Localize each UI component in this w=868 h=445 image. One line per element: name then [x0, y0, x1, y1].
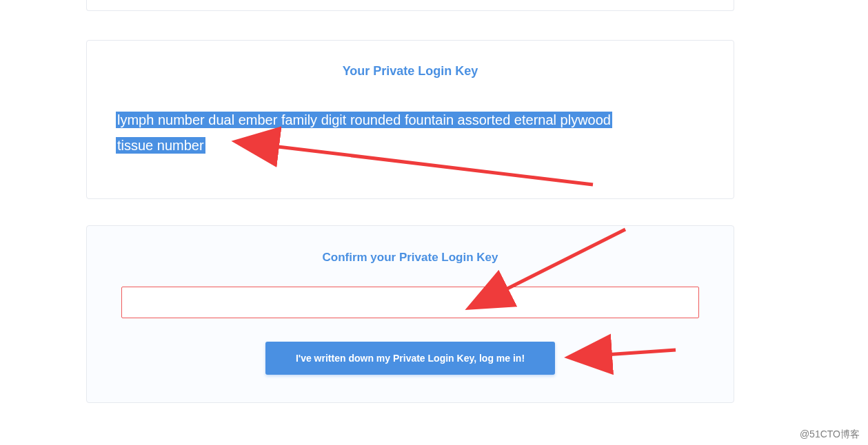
- content-container: Your Private Login Key lymph number dual…: [86, 0, 734, 403]
- private-key-card: Your Private Login Key lymph number dual…: [86, 40, 734, 199]
- mnemonic-line-1: lymph number dual ember family digit rou…: [116, 112, 612, 128]
- watermark: @51CTO博客: [800, 428, 860, 441]
- mnemonic-phrase[interactable]: lymph number dual ember family digit rou…: [116, 112, 612, 154]
- private-key-title: Your Private Login Key: [116, 64, 705, 79]
- mnemonic-line-2: tissue number: [116, 137, 205, 154]
- login-button[interactable]: I've written down my Private Login Key, …: [265, 342, 555, 375]
- confirm-key-card: Confirm your Private Login Key I've writ…: [86, 225, 734, 403]
- previous-card-bottom-edge: [86, 0, 734, 11]
- confirm-key-title: Confirm your Private Login Key: [121, 251, 699, 265]
- confirm-key-input[interactable]: [121, 287, 699, 318]
